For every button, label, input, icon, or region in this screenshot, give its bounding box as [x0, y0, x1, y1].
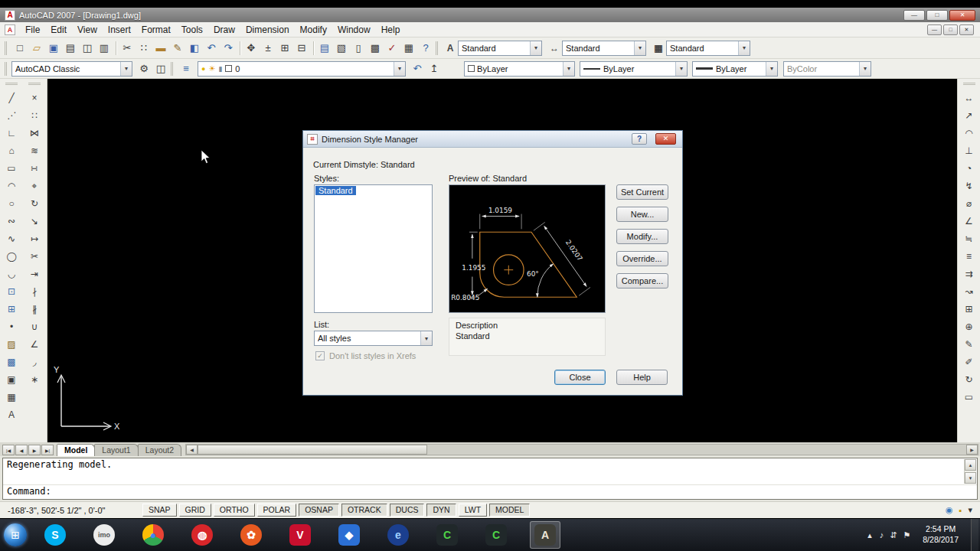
imo-app[interactable]: imo — [89, 521, 119, 549]
orange-app[interactable]: ✿ — [236, 521, 266, 549]
pan-realtime-icon[interactable]: ✥ — [243, 40, 260, 57]
rectangle-icon[interactable]: ▭ — [3, 159, 20, 177]
command-line-command[interactable]: Command: — [3, 484, 977, 497]
circle-icon[interactable]: ○ — [3, 194, 20, 212]
layer-combo[interactable]: ● ☀ ▮ 0 — [198, 61, 406, 77]
dropdown-arrow-icon[interactable] — [530, 41, 541, 55]
dimension-edit-icon[interactable]: ✎ — [961, 335, 978, 353]
start-button[interactable]: ⊞ — [0, 519, 31, 551]
match-properties-icon[interactable]: ✎ — [169, 40, 186, 57]
toolbar-lock-icon[interactable]: ▪ — [959, 506, 962, 515]
camtasia-app-2[interactable]: C — [481, 521, 511, 549]
linear-dimension-icon[interactable]: ↔ — [961, 89, 978, 106]
table-icon[interactable]: ▦ — [3, 388, 20, 406]
linetype-combo[interactable]: ByLayer — [580, 61, 688, 77]
tab-layout1[interactable]: Layout1 — [94, 444, 138, 456]
menu-dimension[interactable]: Dimension — [240, 23, 295, 37]
ellipse-icon[interactable]: ◯ — [3, 247, 20, 265]
autocad-app[interactable]: A — [530, 521, 560, 549]
trim-icon[interactable]: ✂ — [26, 247, 43, 265]
copy-icon[interactable]: ∷ — [26, 106, 43, 124]
toggle-dyn[interactable]: DYN — [426, 504, 456, 517]
quick-leader-icon[interactable]: ↝ — [961, 282, 978, 300]
menu-help[interactable]: Help — [376, 23, 406, 37]
layers-toolbar-grip[interactable] — [171, 62, 175, 76]
break-at-point-icon[interactable]: ∤ — [26, 282, 43, 300]
close-button[interactable]: Close — [554, 370, 606, 385]
tolerance-icon[interactable]: ⊞ — [961, 300, 978, 318]
mdi-close-button[interactable]: ✕ — [959, 24, 974, 35]
menu-modify[interactable]: Modify — [295, 23, 332, 37]
toggle-ducs[interactable]: DUCS — [390, 504, 425, 517]
tray-expand-icon[interactable]: ▴ — [867, 530, 872, 540]
plotstyle-combo[interactable]: ByColor — [783, 61, 871, 77]
properties-icon[interactable]: ▤ — [316, 40, 333, 57]
tool-palettes-icon[interactable]: ▯ — [350, 40, 367, 57]
menu-format[interactable]: Format — [136, 23, 176, 37]
toggle-ortho[interactable]: ORTHO — [214, 504, 255, 517]
workspace-settings-icon[interactable]: ⚙ — [136, 60, 152, 77]
array-icon[interactable]: ∺ — [26, 159, 43, 177]
last-tab-button[interactable]: ▶| — [41, 445, 54, 455]
help-icon[interactable]: ? — [417, 40, 434, 57]
scrollbar-track[interactable] — [198, 445, 966, 455]
move-icon[interactable]: ⌖ — [26, 177, 43, 194]
menu-insert[interactable]: Insert — [103, 23, 136, 37]
diameter-dimension-icon[interactable]: ⌀ — [961, 194, 978, 212]
arc-icon[interactable]: ◠ — [3, 177, 20, 194]
prev-tab-button[interactable]: ◀ — [15, 445, 28, 455]
dropdown-arrow-icon[interactable] — [563, 62, 574, 76]
sheet-set-manager-icon[interactable]: ▩ — [367, 40, 384, 57]
dropdown-arrow-icon[interactable] — [394, 62, 405, 76]
aligned-dimension-icon[interactable]: ↗ — [961, 106, 978, 124]
command-text-area[interactable]: Regenerating model.Command: ▲ ▼ — [2, 458, 978, 500]
multiline-text-icon[interactable]: A — [3, 406, 20, 423]
erase-icon[interactable]: × — [26, 89, 43, 106]
radius-dimension-icon[interactable]: ◔ — [961, 159, 978, 177]
menu-window[interactable]: Window — [332, 23, 376, 37]
statusbar-menu-icon[interactable]: ▾ — [968, 505, 972, 515]
workspace-toolbar-grip[interactable] — [5, 62, 8, 76]
style-item-standard[interactable]: Standard — [315, 186, 356, 195]
chrome-app[interactable]: ● — [138, 521, 168, 549]
text-style-combo[interactable]: Standard — [458, 41, 542, 56]
scroll-down-icon[interactable]: ▼ — [965, 472, 976, 484]
chamfer-icon[interactable]: ∠ — [26, 335, 43, 353]
scroll-up-icon[interactable]: ▲ — [965, 459, 976, 471]
dropdown-arrow-icon[interactable] — [120, 62, 132, 76]
color-combo[interactable]: ByLayer — [464, 61, 575, 77]
dimension-text-edit-icon[interactable]: ✐ — [961, 353, 978, 370]
dimension-update-icon[interactable]: ↻ — [961, 370, 978, 388]
save-icon[interactable]: ▣ — [45, 40, 62, 57]
make-block-icon[interactable]: ⊞ — [3, 300, 20, 318]
toggle-osnap[interactable]: OSNAP — [299, 504, 339, 517]
dialog-close-button[interactable]: ✕ — [655, 133, 676, 145]
offset-icon[interactable]: ≋ — [26, 142, 43, 159]
toggle-model[interactable]: MODEL — [489, 504, 530, 517]
toggle-grid[interactable]: GRID — [179, 504, 211, 517]
toggle-polar[interactable]: POLAR — [257, 504, 297, 517]
menu-edit[interactable]: Edit — [45, 23, 72, 37]
menu-view[interactable]: View — [72, 23, 103, 37]
coordinates-display[interactable]: -168'-3", 502'-5 1/2" , 0'-0" — [5, 506, 136, 515]
arc-length-icon[interactable]: ◠ — [961, 124, 978, 142]
zoom-previous-icon[interactable]: ⊟ — [293, 40, 310, 57]
layer-properties-manager-icon[interactable]: ≡ — [178, 60, 194, 77]
compare-button[interactable]: Compare... — [616, 273, 668, 289]
skype-app[interactable]: S — [40, 521, 70, 549]
paste-icon[interactable]: ▬ — [152, 40, 169, 57]
quickcalc-icon[interactable]: ▦ — [400, 40, 417, 57]
dim-style-combo[interactable]: Standard — [562, 41, 646, 56]
ellipse-arc-icon[interactable]: ◡ — [3, 265, 20, 282]
markup-set-manager-icon[interactable]: ✓ — [384, 40, 400, 57]
continue-dimension-icon[interactable]: ⇉ — [961, 265, 978, 282]
list-filter-combo[interactable]: All styles — [314, 331, 433, 346]
quick-dimension-icon[interactable]: ≒ — [961, 230, 978, 247]
scale-icon[interactable]: ↘ — [26, 212, 43, 230]
baseline-dimension-icon[interactable]: ≡ — [961, 247, 978, 265]
tab-model[interactable]: Model — [57, 444, 95, 456]
angular-dimension-icon[interactable]: ∠ — [961, 212, 978, 230]
set-current-button[interactable]: Set Current — [616, 184, 668, 200]
polyline-icon[interactable]: ∟ — [3, 124, 20, 142]
camtasia-app-1[interactable]: C — [432, 521, 462, 549]
